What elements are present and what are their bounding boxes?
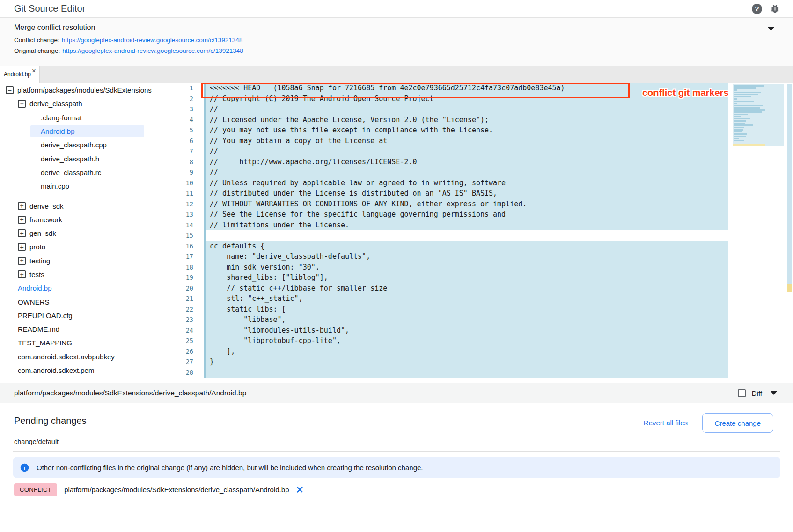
diff-dropdown-caret-icon[interactable] — [771, 391, 777, 395]
tree-item-derive-classpath-cpp[interactable]: derive_classpath.cpp — [0, 138, 184, 152]
code-line[interactable]: 1<<<<<<< HEAD (1058a6 Snap for 7216685 f… — [184, 83, 728, 94]
code-line[interactable]: 4// Licensed under the Apache License, V… — [184, 115, 728, 125]
code-line[interactable]: 7// — [184, 146, 728, 157]
tree-item-main-cpp[interactable]: main.cpp — [0, 179, 184, 193]
line-number: 27 — [184, 358, 193, 365]
expand-toggle-icon[interactable]: + — [18, 257, 26, 265]
code-line-text: // static c++/libbase for smaller size — [204, 283, 728, 294]
minimap-line-bar — [734, 85, 764, 87]
code-line[interactable]: 3// — [184, 104, 728, 115]
revert-all-files-button[interactable]: Revert all files — [644, 419, 688, 427]
code-line[interactable]: 20 // static c++/libbase for smaller siz… — [184, 283, 728, 294]
collapse-panel-caret-icon[interactable] — [768, 27, 774, 31]
expand-toggle-icon[interactable]: + — [18, 229, 26, 237]
line-number: 16 — [184, 242, 193, 250]
code-line-text: stl: "c++_static", — [204, 293, 728, 304]
code-line[interactable]: 11// distributed under the License is di… — [184, 188, 728, 199]
minimap-line-bar — [734, 92, 761, 93]
tree-item-owners[interactable]: OWNERS — [0, 295, 184, 308]
code-line[interactable]: 19 shared_libs: ["liblog"], — [184, 272, 728, 283]
tree-item-testing[interactable]: +testing — [0, 254, 184, 268]
code-line[interactable]: 18 min_sdk_version: "30", — [184, 262, 728, 273]
bug-report-button[interactable] — [769, 3, 781, 15]
scrollbar[interactable] — [787, 84, 792, 383]
collapse-toggle-icon[interactable]: − — [18, 100, 26, 108]
original-change-link[interactable]: https://googleplex-android-review.google… — [62, 47, 243, 54]
code-minimap[interactable] — [733, 84, 784, 146]
tree-item-readme-md[interactable]: README.md — [0, 322, 184, 336]
tree-item-derive-classpath[interactable]: −derive_classpath — [0, 97, 184, 110]
tree-item-label: derive_classpath.cpp — [41, 141, 107, 149]
tree-item-label: OWNERS — [18, 298, 50, 306]
tree-item-tests[interactable]: +tests — [0, 268, 184, 281]
help-button[interactable]: ? — [751, 3, 763, 15]
code-line[interactable]: 23 "libbase", — [184, 314, 728, 325]
code-line[interactable]: 16cc_defaults { — [184, 241, 728, 252]
code-line[interactable]: 25 "libprotobuf-cpp-lite", — [184, 335, 728, 346]
code-line[interactable]: 10// Unless required by applicable law o… — [184, 178, 728, 189]
create-change-button[interactable]: Create change — [702, 413, 773, 433]
tree-item-derive-classpath-rc[interactable]: derive_classpath.rc — [0, 166, 184, 179]
change-name: change/default — [14, 438, 59, 445]
code-line[interactable]: 12// WITHOUT WARRANTIES OR CONDITIONS OF… — [184, 199, 728, 210]
code-line-text: <<<<<<< HEAD (1058a6 Snap for 7216685 fr… — [204, 83, 728, 94]
code-line[interactable]: 2// Copyright (C) 2019 The Android Open … — [184, 94, 728, 104]
tab-strip: Android.bp ✕ — [0, 66, 793, 83]
expand-toggle-icon[interactable]: + — [18, 243, 26, 251]
info-banner: Other non-conflicting files in the origi… — [13, 457, 780, 478]
code-line[interactable]: 28 — [184, 367, 728, 378]
code-line[interactable]: 8// http://www.apache.org/licenses/LICEN… — [184, 157, 728, 168]
tree-item-com-android-sdkext-avbpubkey[interactable]: com.android.sdkext.avbpubkey — [0, 350, 184, 364]
line-number: 28 — [184, 369, 193, 376]
tree-item-android-bp[interactable]: Android.bp — [0, 281, 184, 295]
tree-item--clang-format[interactable]: .clang-format — [0, 111, 184, 124]
help-icon: ? — [752, 4, 762, 14]
tree-item-gen-sdk[interactable]: +gen_sdk — [0, 226, 184, 240]
code-line[interactable]: 13// See the License for the specific la… — [184, 209, 728, 220]
info-banner-text: Other non-conflicting files in the origi… — [37, 464, 423, 472]
expand-toggle-icon[interactable]: + — [18, 270, 26, 278]
code-line[interactable]: 22 static_libs: [ — [184, 304, 728, 315]
scrollbar-thumb[interactable] — [787, 84, 792, 284]
code-line[interactable]: 27} — [184, 357, 728, 367]
tab-android-bp[interactable]: Android.bp ✕ — [0, 66, 40, 83]
tree-item-derive-sdk[interactable]: +derive_sdk — [0, 199, 184, 212]
tree-item-label: derive_classpath.h — [41, 155, 99, 163]
code-line[interactable]: 26 ], — [184, 346, 728, 357]
code-line[interactable]: 17 name: "derive_classpath-defaults", — [184, 251, 728, 262]
code-line[interactable]: 24 "libmodules-utils-build", — [184, 325, 728, 336]
code-line[interactable]: 21 stl: "c++_static", — [184, 293, 728, 304]
scrollbar-conflict-marker — [787, 284, 792, 292]
line-number: 21 — [184, 295, 193, 302]
tree-item-label: Android.bp — [18, 284, 52, 292]
code-line[interactable]: 5// you may not use this file except in … — [184, 125, 728, 136]
tree-item-derive-classpath-h[interactable]: derive_classpath.h — [0, 152, 184, 165]
tree-item-label: derive_classpath.rc — [41, 168, 101, 176]
tab-close-icon[interactable]: ✕ — [32, 68, 36, 74]
code-line-text: "libbase", — [204, 314, 728, 325]
code-line-text: // You may obtain a copy of the License … — [204, 136, 728, 146]
tree-item-android-bp[interactable]: Android.bp — [0, 124, 184, 138]
tree-item-com-android-sdkext-pem[interactable]: com.android.sdkext.pem — [0, 364, 184, 377]
code-line[interactable]: 6// You may obtain a copy of the License… — [184, 136, 728, 146]
tree-item-framework[interactable]: +framework — [0, 213, 184, 226]
conflict-change-link[interactable]: https://googleplex-android-review.google… — [62, 36, 243, 44]
tree-item-preupload-cfg[interactable]: PREUPLOAD.cfg — [0, 309, 184, 322]
tree-item-platform-packages-modules-sdkextensions[interactable]: −platform/packages/modules/SdkExtensions — [0, 83, 184, 97]
diff-checkbox[interactable] — [738, 389, 746, 397]
tree-item-test-mapping[interactable]: TEST_MAPPING — [0, 336, 184, 350]
line-number: 3 — [184, 105, 193, 113]
line-number: 7 — [184, 147, 193, 155]
code-line-text: // WITHOUT WARRANTIES OR CONDITIONS OF A… — [204, 199, 728, 210]
code-line[interactable]: 9// — [184, 167, 728, 178]
remove-file-icon[interactable] — [295, 485, 304, 494]
minimap-line-bar — [734, 111, 762, 113]
tree-item-proto[interactable]: +proto — [0, 240, 184, 254]
code-line[interactable]: 15 — [184, 230, 728, 241]
expand-toggle-icon[interactable]: + — [18, 202, 26, 210]
expand-toggle-icon[interactable]: + — [18, 216, 26, 224]
collapse-toggle-icon[interactable]: − — [6, 86, 14, 94]
line-number: 10 — [184, 179, 193, 187]
code-line[interactable]: 14// limitations under the License. — [184, 220, 728, 231]
code-editor[interactable]: 1<<<<<<< HEAD (1058a6 Snap for 7216685 f… — [184, 83, 728, 378]
